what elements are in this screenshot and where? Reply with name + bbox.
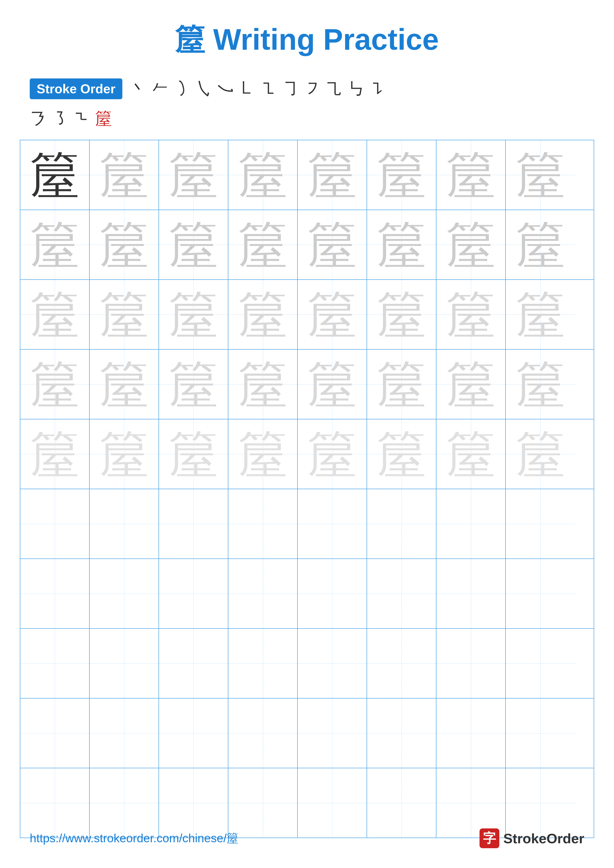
grid-row-6 [20, 489, 594, 559]
grid-cell-9-7[interactable] [437, 699, 506, 768]
grid-cell-10-2[interactable] [90, 768, 159, 837]
stroke-9: ㇇ [304, 78, 321, 100]
stroke-4: ㇂ [195, 78, 212, 100]
grid-cell-6-5[interactable] [298, 489, 367, 558]
grid-cell-8-4[interactable] [229, 629, 298, 698]
grid-cell-6-4[interactable] [229, 489, 298, 558]
grid-cell-8-1[interactable] [20, 629, 90, 698]
char-4-5: 箼 [307, 360, 357, 409]
grid-cell-9-4[interactable] [229, 699, 298, 768]
grid-row-1: 箼 箼 箼 箼 箼 箼 箼 箼 [20, 140, 594, 210]
char-2-5: 箼 [307, 220, 357, 270]
grid-cell-8-2[interactable] [90, 629, 159, 698]
char-4-8: 箼 [516, 360, 565, 409]
grid-cell-6-7[interactable] [437, 489, 506, 558]
char-4-6: 箼 [377, 360, 426, 409]
grid-cell-2-2: 箼 [90, 210, 159, 279]
char-4-3: 箼 [169, 360, 218, 409]
grid-cell-1-6: 箼 [367, 140, 437, 209]
footer: https://www.strokeorder.com/chinese/箼 字 … [0, 828, 614, 848]
grid-cell-10-6[interactable] [367, 768, 437, 837]
char-2-8: 箼 [516, 220, 565, 270]
char-2-3: 箼 [169, 220, 218, 270]
grid-cell-2-3: 箼 [159, 210, 229, 279]
grid-cell-2-6: 箼 [367, 210, 437, 279]
grid-cell-3-8: 箼 [506, 280, 575, 349]
grid-cell-6-2[interactable] [90, 489, 159, 558]
char-1-3: 箼 [169, 150, 218, 200]
grid-cell-9-3[interactable] [159, 699, 229, 768]
grid-cell-4-2: 箼 [90, 350, 159, 419]
grid-cell-1-8: 箼 [506, 140, 575, 209]
grid-cell-7-8[interactable] [506, 559, 575, 628]
grid-cell-2-5: 箼 [298, 210, 367, 279]
char-3-6: 箼 [377, 290, 426, 339]
grid-cell-5-5: 箼 [298, 419, 367, 489]
grid-cell-10-7[interactable] [437, 768, 506, 837]
grid-cell-3-7: 箼 [437, 280, 506, 349]
grid-cell-1-7: 箼 [437, 140, 506, 209]
grid-row-5: 箼 箼 箼 箼 箼 箼 箼 箼 [20, 419, 594, 489]
char-3-7: 箼 [446, 290, 496, 339]
stroke-3: ㇁ [173, 78, 190, 100]
grid-cell-1-1: 箼 [20, 140, 90, 209]
char-3-8: 箼 [516, 290, 565, 339]
grid-cell-7-7[interactable] [437, 559, 506, 628]
stroke-6: ㇄ [239, 78, 256, 100]
grid-cell-9-2[interactable] [90, 699, 159, 768]
grid-cell-5-2: 箼 [90, 419, 159, 489]
grid-cell-7-5[interactable] [298, 559, 367, 628]
grid-row-4: 箼 箼 箼 箼 箼 箼 箼 箼 [20, 350, 594, 419]
stroke-14: ㇌ [51, 107, 68, 130]
grid-cell-6-1[interactable] [20, 489, 90, 558]
grid-cell-7-3[interactable] [159, 559, 229, 628]
grid-cell-8-5[interactable] [298, 629, 367, 698]
grid-cell-8-3[interactable] [159, 629, 229, 698]
grid-cell-8-7[interactable] [437, 629, 506, 698]
stroke-5: ㇃ [217, 78, 234, 100]
stroke-final: 箼 [95, 107, 112, 130]
grid-cell-2-1: 箼 [20, 210, 90, 279]
char-4-4: 箼 [238, 360, 288, 409]
grid-row-10 [20, 768, 594, 837]
grid-cell-4-1: 箼 [20, 350, 90, 419]
char-1-7: 箼 [446, 150, 496, 200]
char-4-2: 箼 [99, 360, 149, 409]
grid-cell-4-7: 箼 [437, 350, 506, 419]
char-5-8: 箼 [516, 429, 565, 479]
grid-cell-5-1: 箼 [20, 419, 90, 489]
grid-cell-9-1[interactable] [20, 699, 90, 768]
char-1-8: 箼 [516, 150, 565, 200]
grid-cell-3-3: 箼 [159, 280, 229, 349]
grid-cell-5-8: 箼 [506, 419, 575, 489]
stroke-order-section: Stroke Order 丶 𠂉 ㇁ ㇂ ㇃ ㇄ ㇅ ㇆ ㇇ ㇈ ㇉ ㇊ [0, 70, 614, 105]
grid-cell-3-2: 箼 [90, 280, 159, 349]
grid-cell-10-3[interactable] [159, 768, 229, 837]
grid-cell-10-8[interactable] [506, 768, 575, 837]
char-5-4: 箼 [238, 429, 288, 479]
grid-cell-9-5[interactable] [298, 699, 367, 768]
grid-cell-6-6[interactable] [367, 489, 437, 558]
stroke-10: ㇈ [326, 78, 343, 100]
grid-cell-8-6[interactable] [367, 629, 437, 698]
grid-cell-8-8[interactable] [506, 629, 575, 698]
stroke-11: ㇉ [348, 78, 365, 100]
grid-cell-7-6[interactable] [367, 559, 437, 628]
grid-cell-7-2[interactable] [90, 559, 159, 628]
grid-cell-10-4[interactable] [229, 768, 298, 837]
practice-grid: 箼 箼 箼 箼 箼 箼 箼 箼 箼 箼 箼 箼 箼 箼 箼 箼 箼 箼 箼 箼 … [20, 140, 594, 838]
char-1-4: 箼 [238, 150, 288, 200]
grid-cell-10-5[interactable] [298, 768, 367, 837]
stroke-12: ㇊ [370, 78, 386, 100]
grid-cell-9-6[interactable] [367, 699, 437, 768]
grid-row-8 [20, 629, 594, 699]
grid-cell-9-8[interactable] [506, 699, 575, 768]
grid-cell-6-3[interactable] [159, 489, 229, 558]
grid-cell-10-1[interactable] [20, 768, 90, 837]
char-4-7: 箼 [446, 360, 496, 409]
char-3-5: 箼 [307, 290, 357, 339]
grid-cell-7-1[interactable] [20, 559, 90, 628]
grid-cell-5-6: 箼 [367, 419, 437, 489]
grid-cell-7-4[interactable] [229, 559, 298, 628]
grid-cell-6-8[interactable] [506, 489, 575, 558]
